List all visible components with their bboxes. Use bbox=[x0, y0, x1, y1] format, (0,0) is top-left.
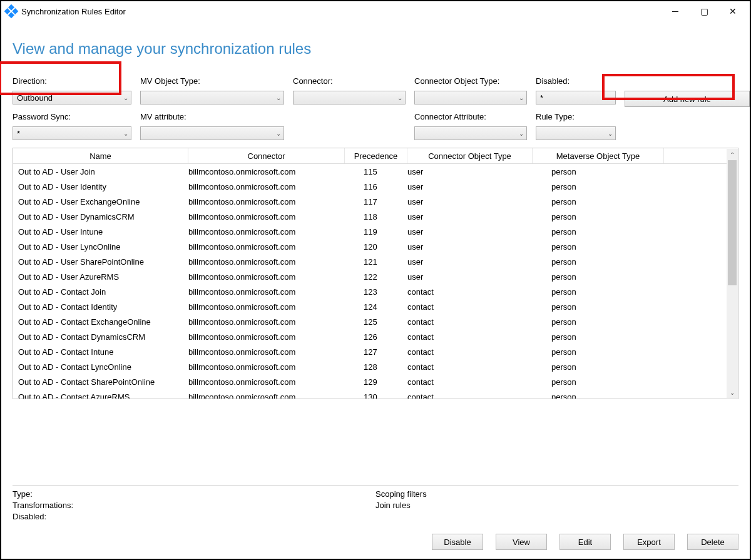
disabled-dropdown[interactable]: * ⌄ bbox=[536, 91, 616, 104]
connector-dropdown[interactable]: ⌄ bbox=[293, 91, 406, 104]
table-row[interactable]: Out to AD - Contact Joinbillmcontoso.onm… bbox=[13, 284, 738, 299]
close-button[interactable]: ✕ bbox=[718, 2, 747, 21]
detail-join-rules: Join rules bbox=[376, 500, 738, 511]
chevron-down-icon: ⌄ bbox=[608, 130, 613, 137]
cell-connector: billmcontoso.onmicrosoft.com bbox=[188, 302, 345, 312]
chevron-down-icon: ⌄ bbox=[276, 130, 281, 137]
cell-name: Out to AD - Contact AzureRMS bbox=[13, 392, 188, 399]
mv-attribute-dropdown[interactable]: ⌄ bbox=[140, 126, 284, 140]
label-password-sync: Password Sync: bbox=[13, 112, 131, 121]
export-button[interactable]: Export bbox=[623, 534, 675, 550]
delete-button[interactable]: Delete bbox=[687, 534, 738, 550]
label-mv-attribute: MV attribute: bbox=[140, 112, 284, 121]
cell-precedence: 117 bbox=[345, 197, 407, 206]
direction-value: Outbound bbox=[17, 93, 53, 103]
cell-name: Out to AD - User Join bbox=[13, 167, 188, 176]
table-row[interactable]: Out to AD - Contact Identitybillmcontoso… bbox=[13, 299, 738, 314]
table-row[interactable]: Out to AD - User SharePointOnlinebillmco… bbox=[13, 254, 738, 269]
table-row[interactable]: Out to AD - User Joinbillmcontoso.onmicr… bbox=[13, 164, 738, 179]
cell-connector-object-type: user bbox=[407, 182, 533, 191]
cell-metaverse-object-type: person bbox=[533, 242, 664, 252]
direction-dropdown[interactable]: Outbound ⌄ bbox=[13, 91, 131, 104]
cell-precedence: 115 bbox=[345, 167, 407, 176]
cell-precedence: 122 bbox=[345, 272, 407, 282]
add-new-rule-label: Add new rule bbox=[663, 94, 711, 104]
cell-connector-object-type: contact bbox=[407, 302, 533, 312]
vertical-scrollbar[interactable]: ⌃ ⌄ bbox=[727, 149, 738, 398]
cell-precedence: 128 bbox=[345, 362, 407, 372]
chevron-down-icon: ⌄ bbox=[123, 130, 128, 137]
minimize-button[interactable]: ─ bbox=[661, 2, 690, 21]
page-title: View and manage your synchronization rul… bbox=[1, 21, 750, 76]
cell-metaverse-object-type: person bbox=[533, 392, 664, 399]
add-new-rule-button[interactable]: Add new rule bbox=[625, 91, 750, 107]
table-row[interactable]: Out to AD - User Intunebillmcontoso.onmi… bbox=[13, 224, 738, 239]
cell-connector: billmcontoso.onmicrosoft.com bbox=[188, 392, 345, 399]
password-sync-dropdown[interactable]: * ⌄ bbox=[13, 126, 131, 140]
titlebar: Synchronization Rules Editor ─ ▢ ✕ bbox=[1, 1, 750, 21]
cell-connector-object-type: user bbox=[407, 257, 533, 267]
cell-metaverse-object-type: person bbox=[533, 332, 664, 342]
table-row[interactable]: Out to AD - Contact DynamicsCRMbillmcont… bbox=[13, 329, 738, 344]
chevron-down-icon: ⌄ bbox=[397, 94, 402, 101]
rule-type-dropdown[interactable]: ⌄ bbox=[536, 126, 616, 140]
cell-metaverse-object-type: person bbox=[533, 212, 664, 221]
cell-metaverse-object-type: person bbox=[533, 362, 664, 372]
cell-metaverse-object-type: person bbox=[533, 302, 664, 312]
label-mv-object-type: MV Object Type: bbox=[140, 76, 284, 86]
cell-connector: billmcontoso.onmicrosoft.com bbox=[188, 182, 345, 191]
cell-name: Out to AD - User SharePointOnline bbox=[13, 257, 188, 267]
col-name[interactable]: Name bbox=[13, 148, 188, 163]
cell-precedence: 116 bbox=[345, 182, 407, 191]
col-connector-object-type[interactable]: Connector Object Type bbox=[407, 148, 533, 163]
view-button[interactable]: View bbox=[496, 534, 547, 550]
table-row[interactable]: Out to AD - Contact SharePointOnlinebill… bbox=[13, 374, 738, 389]
cell-precedence: 121 bbox=[345, 257, 407, 267]
cell-connector: billmcontoso.onmicrosoft.com bbox=[188, 167, 345, 176]
col-connector[interactable]: Connector bbox=[188, 148, 345, 163]
connector-object-type-dropdown[interactable]: ⌄ bbox=[414, 91, 527, 104]
maximize-button[interactable]: ▢ bbox=[690, 2, 718, 21]
cell-metaverse-object-type: person bbox=[533, 227, 664, 237]
table-row[interactable]: Out to AD - User AzureRMSbillmcontoso.on… bbox=[13, 269, 738, 284]
window-title: Synchronization Rules Editor bbox=[21, 7, 126, 16]
label-direction: Direction: bbox=[13, 76, 131, 86]
password-sync-value: * bbox=[17, 129, 20, 138]
col-metaverse-object-type[interactable]: Metaverse Object Type bbox=[533, 148, 664, 163]
cell-precedence: 119 bbox=[345, 227, 407, 237]
cell-connector-object-type: user bbox=[407, 227, 533, 237]
table-row[interactable]: Out to AD - User Identitybillmcontoso.on… bbox=[13, 179, 738, 194]
rules-table: Name Connector Precedence Connector Obje… bbox=[13, 148, 738, 399]
table-row[interactable]: Out to AD - Contact ExchangeOnlinebillmc… bbox=[13, 314, 738, 329]
table-row[interactable]: Out to AD - User DynamicsCRMbillmcontoso… bbox=[13, 209, 738, 224]
col-precedence[interactable]: Precedence bbox=[345, 148, 407, 163]
scroll-thumb[interactable] bbox=[728, 160, 737, 285]
cell-metaverse-object-type: person bbox=[533, 197, 664, 206]
cell-connector: billmcontoso.onmicrosoft.com bbox=[188, 347, 345, 357]
cell-precedence: 120 bbox=[345, 242, 407, 252]
mv-object-type-dropdown[interactable]: ⌄ bbox=[140, 91, 284, 104]
detail-transformations: Transformations: bbox=[13, 500, 376, 511]
cell-metaverse-object-type: person bbox=[533, 257, 664, 267]
table-row[interactable]: Out to AD - Contact AzureRMSbillmcontoso… bbox=[13, 389, 738, 399]
table-row[interactable]: Out to AD - Contact Intunebillmcontoso.o… bbox=[13, 344, 738, 359]
cell-precedence: 126 bbox=[345, 332, 407, 342]
connector-attribute-dropdown[interactable]: ⌄ bbox=[414, 126, 527, 140]
cell-name: Out to AD - User LyncOnline bbox=[13, 242, 188, 252]
table-row[interactable]: Out to AD - User LyncOnlinebillmcontoso.… bbox=[13, 239, 738, 254]
chevron-down-icon: ⌄ bbox=[608, 94, 613, 101]
cell-connector: billmcontoso.onmicrosoft.com bbox=[188, 212, 345, 221]
edit-button[interactable]: Edit bbox=[559, 534, 611, 550]
label-connector-object-type: Connector Object Type: bbox=[414, 76, 527, 86]
scroll-down-icon[interactable]: ⌄ bbox=[727, 387, 738, 398]
scroll-up-icon[interactable]: ⌃ bbox=[727, 149, 738, 160]
chevron-down-icon: ⌄ bbox=[519, 94, 524, 101]
cell-connector: billmcontoso.onmicrosoft.com bbox=[188, 257, 345, 267]
label-disabled: Disabled: bbox=[536, 76, 616, 86]
table-row[interactable]: Out to AD - Contact LyncOnlinebillmconto… bbox=[13, 359, 738, 374]
chevron-down-icon: ⌄ bbox=[519, 130, 524, 137]
detail-disabled: Disabled: bbox=[13, 511, 376, 522]
cell-metaverse-object-type: person bbox=[533, 182, 664, 191]
disable-button[interactable]: Disable bbox=[432, 534, 483, 550]
table-row[interactable]: Out to AD - User ExchangeOnlinebillmcont… bbox=[13, 194, 738, 209]
